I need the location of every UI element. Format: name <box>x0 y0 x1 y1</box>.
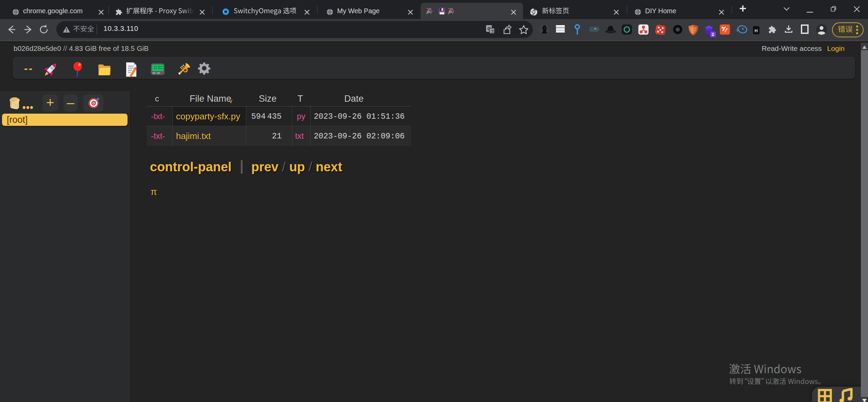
svg-text:2: 2 <box>712 32 714 37</box>
svg-text:H: H <box>755 28 758 33</box>
svg-text:文: 文 <box>491 29 495 34</box>
